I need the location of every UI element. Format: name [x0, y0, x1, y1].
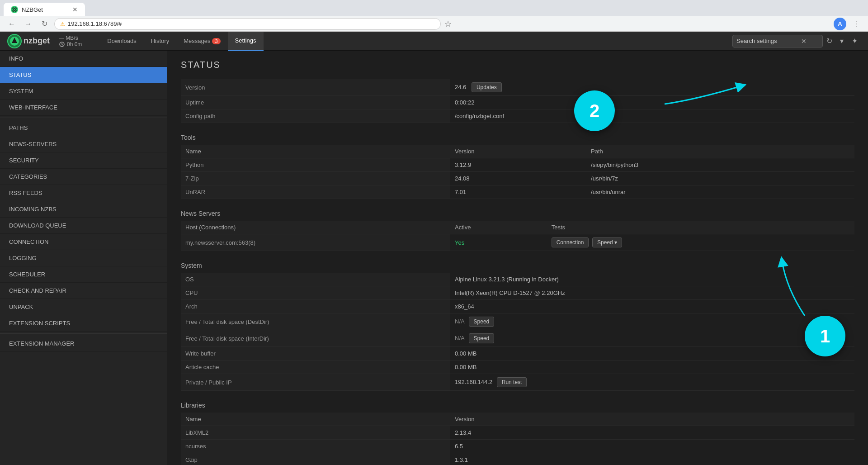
sidebar-item-extension-scripts[interactable]: EXTENSION SCRIPTS — [0, 315, 167, 332]
table-row: Uptime 0:00:22 — [181, 96, 854, 109]
speed-interdir-button[interactable]: Speed — [469, 333, 495, 343]
tool-version-7zip: 24.08 — [450, 172, 586, 185]
profile-button[interactable]: A — [834, 18, 846, 30]
sidebar-item-logging[interactable]: LOGGING — [0, 250, 167, 266]
system-section: System OS Alpine Linux 3.21.3 (Running i… — [181, 262, 854, 391]
reload-button[interactable]: ↻ — [38, 18, 51, 30]
refresh-btn[interactable]: ↻ — [823, 35, 835, 47]
sidebar-item-connection[interactable]: CONNECTION — [0, 234, 167, 250]
table-row: ncurses 6.5 — [181, 440, 854, 453]
server-active: Yes — [450, 234, 547, 251]
table-row: Free / Total disk space (InterDir) N/A S… — [181, 330, 854, 347]
label-disk-inter: Free / Total disk space (InterDir) — [181, 330, 450, 347]
page-title: STATUS — [181, 60, 854, 70]
value-disk-inter: N/A Speed — [450, 330, 854, 347]
nav-messages[interactable]: Messages 3 — [176, 32, 227, 51]
table-row: my.newsserver.com:563(8) Yes Connection … — [181, 234, 854, 251]
nav-links: Downloads History Messages 3 Settings — [100, 32, 263, 51]
sidebar-item-paths[interactable]: PATHS — [0, 120, 167, 136]
tutorial-circle-2[interactable]: 2 — [574, 90, 615, 131]
table-row: LibXML2 2.13.4 — [181, 426, 854, 440]
label-config: Config path — [181, 109, 450, 123]
col-tests: Tests — [547, 221, 854, 234]
nav-history[interactable]: History — [144, 32, 176, 51]
search-clear-btn[interactable]: ✕ — [801, 38, 807, 45]
col-name: Name — [181, 145, 450, 158]
dropdown-btn[interactable]: ▾ — [835, 35, 848, 47]
sidebar-item-news-servers[interactable]: NEWS-SERVERS — [0, 136, 167, 152]
messages-badge: 3 — [212, 38, 220, 44]
connection-test-button[interactable]: Connection — [552, 237, 589, 247]
app-logo: nzbget — [7, 34, 50, 48]
system-title: System — [181, 262, 854, 269]
search-settings-input[interactable] — [732, 35, 823, 47]
tool-name-unrar: UnRAR — [181, 185, 450, 199]
lib-version-libxml2: 2.13.4 — [450, 426, 854, 440]
table-row: Article cache 0.00 MB — [181, 361, 854, 374]
browser-tab-nzbget[interactable]: NZBGet ✕ — [4, 3, 85, 16]
label-arch: Arch — [181, 300, 450, 313]
download-speed: — MB/s — [59, 35, 82, 41]
sidebar-item-security[interactable]: SECURITY — [0, 152, 167, 169]
value-uptime: 0:00:22 — [450, 96, 854, 109]
table-row: OS Alpine Linux 3.21.3 (Running in Docke… — [181, 273, 854, 286]
tutorial-circle-1[interactable]: 1 — [805, 316, 845, 356]
table-row: Python 3.12.9 /siopy/bin/python3 — [181, 158, 854, 172]
table-row: Free / Total disk space (DestDir) N/A Sp… — [181, 313, 854, 330]
sidebar-item-download-queue[interactable]: DOWNLOAD QUEUE — [0, 218, 167, 234]
tutorial-arrow-1 — [778, 252, 832, 320]
sidebar-item-web-interface[interactable]: WEB-INTERFACE — [0, 100, 167, 116]
speed-test-button[interactable]: Speed ▾ — [592, 237, 622, 247]
lib-name-ncurses: ncurses — [181, 440, 450, 453]
label-write-buffer: Write buffer — [181, 347, 450, 361]
sidebar-item-check-and-repair[interactable]: CHECK AND REPAIR — [0, 283, 167, 299]
table-row: UnRAR 7.01 /usr/bin/unrar — [181, 185, 854, 199]
tool-name-7zip: 7-Zip — [181, 172, 450, 185]
label-article-cache: Article cache — [181, 361, 450, 374]
browser-tabs: NZBGet ✕ — [0, 0, 868, 16]
nav-downloads[interactable]: Downloads — [100, 32, 143, 51]
value-config: /config/nzbget.conf — [450, 109, 854, 123]
label-os: OS — [181, 273, 450, 286]
sidebar-item-status[interactable]: STATUS — [0, 67, 167, 83]
label-ip: Private / Public IP — [181, 374, 450, 391]
sidebar-item-rss-feeds[interactable]: RSS FEEDS — [0, 185, 167, 201]
tools-title: Tools — [181, 134, 854, 141]
info-table: Version 24.6 Updates Uptime 0:00:22 Conf… — [181, 79, 854, 123]
tool-name-python: Python — [181, 158, 450, 172]
nav-settings[interactable]: Settings — [228, 32, 264, 51]
speed-destdir-button[interactable]: Speed — [469, 317, 495, 327]
col-version: Version — [450, 145, 586, 158]
libraries-title: Libraries — [181, 402, 854, 409]
sidebar-item-system[interactable]: SYSTEM — [0, 83, 167, 100]
updates-button[interactable]: Updates — [472, 82, 502, 92]
value-write-buffer: 0.00 MB — [450, 347, 854, 361]
search-settings-wrapper: ✕ — [732, 35, 823, 47]
server-tests: Connection Speed ▾ — [547, 234, 854, 251]
bookmark-button[interactable]: ☆ — [444, 19, 452, 29]
col-host: Host (Connections) — [181, 221, 450, 234]
sidebar-item-extension-manager[interactable]: EXTENSION MANAGER — [0, 336, 167, 352]
table-row: Config path /config/nzbget.conf — [181, 109, 854, 123]
table-row: Write buffer 0.00 MB — [181, 347, 854, 361]
news-servers-table: Host (Connections) Active Tests my.newss… — [181, 221, 854, 251]
back-button[interactable]: ← — [5, 18, 18, 30]
sidebar-item-categories[interactable]: CATEGORIES — [0, 169, 167, 185]
speed-info: — MB/s 0h 0m — [59, 35, 82, 47]
address-bar[interactable]: ⚠ 192.168.1.18:6789/# — [54, 18, 441, 30]
forward-button[interactable]: → — [22, 18, 34, 30]
tab-favicon — [11, 6, 18, 13]
sidebar-item-unpack[interactable]: UNPACK — [0, 299, 167, 315]
sidebar-divider-1 — [0, 118, 167, 118]
sidebar-item-info[interactable]: INFO — [0, 51, 167, 67]
table-row: CPU Intel(R) Xeon(R) CPU D-1527 @ 2.20GH… — [181, 286, 854, 300]
tab-close-btn[interactable]: ✕ — [72, 6, 78, 13]
settings-gear-btn[interactable]: ✦ — [848, 35, 861, 47]
table-row: 7-Zip 24.08 /usr/bin/7z — [181, 172, 854, 185]
run-test-button[interactable]: Run test — [497, 377, 527, 387]
app-nav: nzbget — MB/s 0h 0m Downloads History Me… — [0, 32, 868, 51]
logo-icon — [7, 34, 22, 48]
sidebar-item-incoming-nzbs[interactable]: INCOMING NZBS — [0, 201, 167, 218]
sidebar-item-scheduler[interactable]: SCHEDULER — [0, 266, 167, 283]
extensions-button[interactable]: ⋮ — [850, 18, 863, 30]
